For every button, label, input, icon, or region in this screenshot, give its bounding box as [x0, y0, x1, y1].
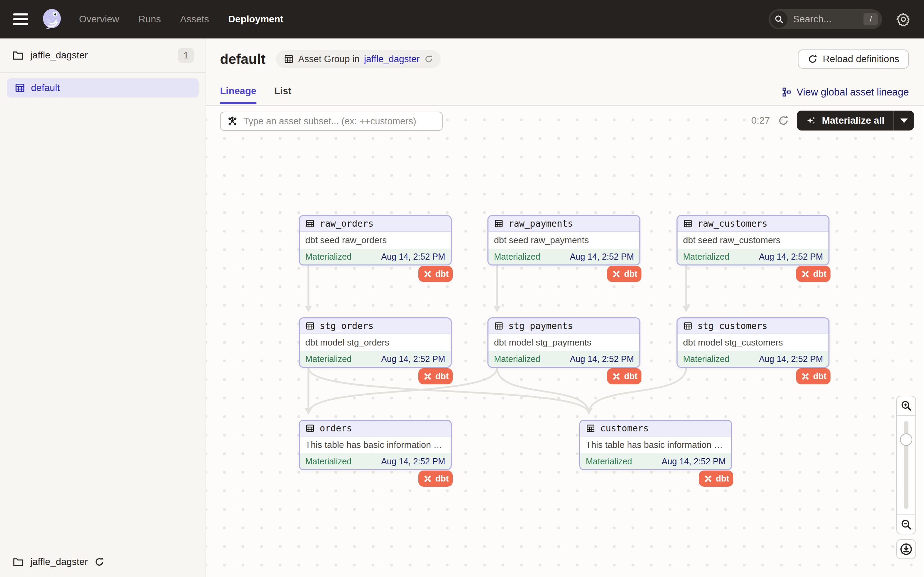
pane-gutter: [922, 106, 924, 577]
asset-description: dbt model stg_orders: [305, 337, 389, 348]
page-title: default: [220, 52, 266, 67]
asset-group-icon: [284, 54, 294, 64]
tab-lineage[interactable]: Lineage: [220, 85, 257, 103]
reload-repo-icon[interactable]: [94, 557, 105, 567]
asset-description: This table has basic information about .…: [586, 440, 726, 450]
asset-name: stg_customers: [698, 321, 767, 331]
asset-timestamp[interactable]: Aug 14, 2:52 PM: [381, 354, 445, 364]
table-icon: [494, 321, 504, 331]
dbt-badge[interactable]: dbt: [796, 266, 830, 282]
lineage-pane: raw_orders dbt seed raw_orders Materiali…: [206, 106, 922, 577]
nav-item-assets[interactable]: Assets: [180, 14, 209, 25]
dbt-logo-icon: [611, 371, 622, 382]
dbt-badge-label: dbt: [813, 371, 827, 381]
download-image-button[interactable]: [896, 539, 916, 559]
tab-list[interactable]: List: [274, 85, 291, 103]
settings-gear-icon[interactable]: [896, 12, 911, 27]
asset-timestamp[interactable]: Aug 14, 2:52 PM: [381, 252, 445, 262]
asset-subset-input[interactable]: Type an asset subset... (ex: ++customers…: [220, 111, 443, 131]
asset-description: dbt seed raw_orders: [305, 235, 387, 246]
asset-node[interactable]: orders This table has basic information …: [299, 420, 452, 470]
download-icon: [899, 542, 913, 556]
sidebar-repo-label: jaffle_dagster: [30, 50, 88, 61]
table-icon: [683, 321, 693, 331]
asset-description: dbt seed raw_customers: [683, 235, 780, 246]
nav-item-overview[interactable]: Overview: [79, 14, 119, 25]
sidebar-repo-row[interactable]: jaffle_dagster 1: [0, 39, 205, 73]
dbt-badge-label: dbt: [624, 269, 638, 279]
zoom-out-button[interactable]: [897, 515, 915, 534]
asset-timestamp[interactable]: Aug 14, 2:52 PM: [570, 354, 634, 364]
asset-status: Materialized: [586, 456, 632, 466]
search-placeholder: Search...: [793, 14, 864, 25]
table-icon: [494, 219, 504, 228]
asset-timestamp[interactable]: Aug 14, 2:52 PM: [759, 354, 823, 364]
reload-definitions-label: Reload definitions: [822, 53, 899, 64]
reload-definitions-button[interactable]: Reload definitions: [798, 50, 909, 69]
search-shortcut-badge: /: [864, 13, 878, 26]
asset-name: orders: [320, 423, 352, 434]
asset-timestamp[interactable]: Aug 14, 2:52 PM: [759, 252, 823, 262]
zoom-controls: [896, 396, 916, 534]
dbt-badge[interactable]: dbt: [418, 368, 453, 384]
dbt-badge-label: dbt: [436, 371, 449, 381]
dbt-badge[interactable]: dbt: [699, 471, 733, 487]
asset-status: Materialized: [305, 354, 352, 364]
sparkle-icon: [806, 115, 817, 126]
op-selector-icon: [227, 116, 238, 127]
dbt-badge[interactable]: dbt: [418, 471, 453, 487]
asset-group-icon: [15, 82, 26, 93]
materialize-all-label: Materialize all: [822, 115, 884, 126]
top-nav: Overview Runs Assets Deployment Search..…: [0, 0, 924, 39]
asset-node[interactable]: stg_orders dbt model stg_orders Material…: [299, 318, 452, 368]
sidebar-footer: jaffle_dagster: [0, 547, 205, 577]
asset-name: raw_orders: [320, 218, 374, 229]
refresh-icon[interactable]: [424, 55, 433, 63]
asset-node[interactable]: stg_payments dbt model stg_payments Mate…: [488, 318, 640, 368]
asset-timestamp[interactable]: Aug 14, 2:52 PM: [662, 456, 726, 466]
asset-status: Materialized: [305, 252, 352, 262]
asset-node[interactable]: customers This table has basic informati…: [579, 420, 732, 470]
folder-icon: [12, 556, 24, 568]
nav-item-deployment[interactable]: Deployment: [228, 14, 283, 25]
view-global-asset-lineage-link[interactable]: View global asset lineage: [781, 87, 909, 103]
zoom-slider-knob[interactable]: [900, 434, 912, 446]
dagster-logo[interactable]: [40, 7, 64, 31]
asset-status: Materialized: [494, 354, 540, 364]
sidebar-item-default[interactable]: default: [7, 78, 199, 98]
materialize-dropdown-button[interactable]: [894, 111, 914, 131]
zoom-slider[interactable]: [897, 415, 915, 515]
sidebar-footer-label: jaffle_dagster: [30, 556, 88, 567]
asset-name: raw_customers: [698, 218, 767, 229]
asset-node[interactable]: stg_customers dbt model stg_customers Ma…: [677, 318, 829, 368]
dbt-badge[interactable]: dbt: [607, 368, 641, 384]
dbt-badge[interactable]: dbt: [607, 266, 641, 282]
table-icon: [586, 424, 595, 433]
asset-name: stg_orders: [320, 321, 374, 331]
asset-status: Materialized: [305, 456, 352, 466]
search-input[interactable]: Search... /: [769, 9, 882, 29]
asset-status: Materialized: [683, 354, 729, 364]
view-global-asset-lineage-label: View global asset lineage: [796, 87, 909, 98]
menu-icon[interactable]: [13, 13, 28, 25]
dbt-badge[interactable]: dbt: [418, 266, 453, 282]
asset-subset-placeholder: Type an asset subset... (ex: ++customers…: [243, 116, 416, 127]
asset-node[interactable]: raw_payments dbt seed raw_payments Mater…: [488, 215, 640, 266]
asset-timestamp[interactable]: Aug 14, 2:52 PM: [381, 456, 445, 466]
dbt-badge[interactable]: dbt: [796, 368, 830, 384]
asset-node[interactable]: raw_customers dbt seed raw_customers Mat…: [677, 215, 829, 266]
asset-name: stg_payments: [509, 321, 573, 331]
graph-refresh-icon[interactable]: [777, 115, 789, 126]
zoom-in-button[interactable]: [897, 396, 915, 415]
nav-item-runs[interactable]: Runs: [139, 14, 161, 25]
table-icon: [683, 219, 693, 228]
asset-timestamp[interactable]: Aug 14, 2:52 PM: [570, 252, 634, 262]
materialize-all-button[interactable]: Materialize all: [797, 111, 914, 131]
asset-status: Materialized: [683, 252, 729, 262]
asset-group-tag-link[interactable]: jaffle_dagster: [364, 54, 420, 64]
asset-group-tag: Asset Group in jaffle_dagster: [276, 50, 441, 68]
asset-status: Materialized: [494, 252, 540, 262]
asset-node[interactable]: raw_orders dbt seed raw_orders Materiali…: [299, 215, 452, 266]
folder-icon: [12, 49, 24, 61]
table-icon: [305, 424, 315, 433]
